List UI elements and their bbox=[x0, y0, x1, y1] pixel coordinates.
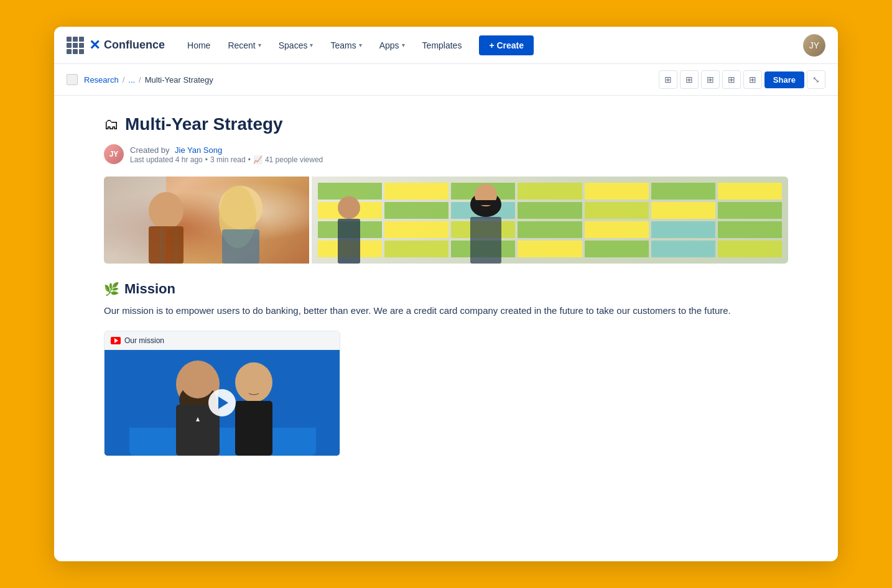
teams-chevron: ▾ bbox=[359, 42, 362, 48]
toolbar-actions: ⊞ ⊞ ⊞ ⊞ ⊞ Share ⤡ bbox=[659, 70, 825, 89]
toolbar-image-btn-3[interactable]: ⊞ bbox=[701, 70, 720, 89]
page-title-row: 🗂 Multi-Year Strategy bbox=[104, 114, 788, 134]
author-created-by: Created by Jie Yan Song bbox=[130, 144, 323, 155]
browser-window: ✕ Confluence Home Recent ▾ Spaces ▾ Team… bbox=[54, 27, 838, 561]
svg-rect-9 bbox=[222, 229, 259, 264]
nav-apps[interactable]: Apps ▾ bbox=[372, 35, 412, 55]
nav-recent[interactable]: Recent ▾ bbox=[220, 35, 268, 55]
page-icon bbox=[67, 74, 78, 85]
page-title: Multi-Year Strategy bbox=[125, 114, 283, 134]
title-emoji: 🗂 bbox=[104, 116, 119, 133]
toolbar-image-btn-5[interactable]: ⊞ bbox=[743, 70, 762, 89]
navbar: ✕ Confluence Home Recent ▾ Spaces ▾ Team… bbox=[54, 27, 838, 64]
nav-links: Home Recent ▾ Spaces ▾ Teams ▾ Apps ▾ Te… bbox=[180, 35, 469, 55]
svg-rect-14 bbox=[470, 217, 501, 264]
breadcrumb-research[interactable]: Research bbox=[84, 75, 119, 85]
apps-icon[interactable] bbox=[67, 37, 84, 54]
svg-rect-15 bbox=[471, 200, 501, 205]
svg-point-24 bbox=[235, 362, 272, 402]
confluence-x-logo: ✕ bbox=[89, 37, 100, 53]
svg-point-1 bbox=[149, 192, 184, 229]
hero-image-left bbox=[104, 177, 309, 264]
recent-chevron: ▾ bbox=[258, 42, 261, 48]
breadcrumb-current: Multi-Year Strategy bbox=[145, 75, 213, 85]
toolbar-image-btn-2[interactable]: ⊞ bbox=[680, 70, 699, 89]
video-label: Our mission bbox=[105, 331, 340, 350]
breadcrumb-ellipsis[interactable]: ... bbox=[128, 75, 135, 85]
play-button[interactable] bbox=[208, 389, 236, 416]
share-button[interactable]: Share bbox=[764, 71, 804, 88]
breadcrumb-sep-1: / bbox=[123, 75, 125, 85]
breadcrumb-sep-2: / bbox=[139, 75, 141, 85]
create-button[interactable]: + Create bbox=[479, 35, 534, 55]
nav-home[interactable]: Home bbox=[180, 35, 218, 55]
video-container[interactable]: Our mission bbox=[104, 331, 340, 456]
author-meta: Created by Jie Yan Song Last updated 4 h… bbox=[130, 144, 323, 164]
toolbar-image-btn-1[interactable]: ⊞ bbox=[659, 70, 677, 89]
avatar-image: JY bbox=[803, 34, 825, 57]
toolbar: Research / ... / Multi-Year Strategy ⊞ ⊞… bbox=[54, 64, 838, 96]
mission-icon: 🌿 bbox=[104, 282, 119, 296]
youtube-icon bbox=[111, 337, 121, 344]
mission-body: Our mission is to empower users to do ba… bbox=[104, 303, 788, 318]
author-name: Jie Yan Song bbox=[175, 145, 222, 155]
confluence-text-logo: Confluence bbox=[104, 39, 165, 52]
content-area[interactable]: 🗂 Multi-Year Strategy JY Created by Jie … bbox=[54, 96, 838, 561]
author-sub: Last updated 4 hr ago • 3 min read • 📈 4… bbox=[130, 155, 323, 164]
hero-image-right bbox=[312, 177, 788, 264]
author-row: JY Created by Jie Yan Song Last updated … bbox=[104, 144, 788, 164]
svg-rect-11 bbox=[338, 219, 360, 264]
spaces-chevron: ▾ bbox=[310, 42, 313, 48]
svg-point-21 bbox=[180, 364, 215, 398]
apps-chevron: ▾ bbox=[402, 42, 405, 48]
mission-title: Mission bbox=[124, 281, 175, 297]
hero-images bbox=[104, 177, 788, 264]
nav-spaces[interactable]: Spaces ▾ bbox=[271, 35, 321, 55]
nav-teams[interactable]: Teams ▾ bbox=[323, 35, 369, 55]
mission-heading: 🌿 Mission bbox=[104, 281, 788, 297]
nav-templates[interactable]: Templates bbox=[415, 35, 470, 55]
svg-rect-25 bbox=[235, 401, 272, 456]
avatar[interactable]: JY bbox=[803, 34, 825, 57]
svg-point-10 bbox=[338, 196, 360, 219]
video-thumbnail[interactable] bbox=[105, 350, 340, 456]
breadcrumb: Research / ... / Multi-Year Strategy bbox=[67, 74, 213, 85]
author-avatar: JY bbox=[104, 144, 124, 164]
toolbar-expand-btn[interactable]: ⤡ bbox=[807, 70, 825, 89]
toolbar-image-btn-4[interactable]: ⊞ bbox=[722, 70, 741, 89]
logo[interactable]: ✕ Confluence bbox=[89, 37, 165, 53]
